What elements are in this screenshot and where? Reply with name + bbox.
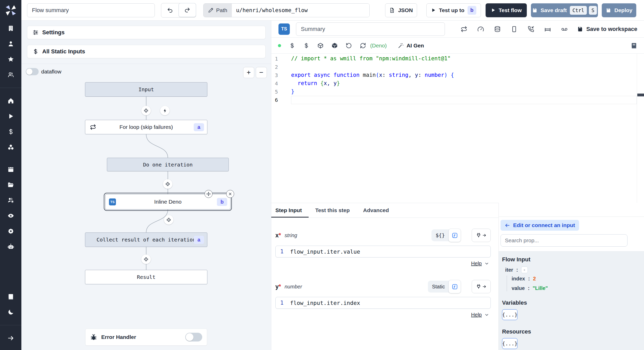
flow-node-result[interactable]: Result [85,270,207,284]
zoom-in-button[interactable]: + [243,67,254,78]
editor-header-icons [461,26,568,32]
field-x-name: x [275,232,279,239]
dollar-icon[interactable] [303,43,309,49]
path-label[interactable]: Path [204,4,232,17]
tab-step-input[interactable]: Step Input [271,203,309,218]
zoom-out-button[interactable]: − [256,67,267,78]
prop-row-iter[interactable]: iter : - [505,266,639,273]
sidebar-item-building[interactable] [0,25,21,32]
sidebar-item-arrow-right[interactable] [0,335,21,341]
bed-icon[interactable] [544,26,551,32]
flow-node-collect[interactable]: Collect result of each iteration a [85,232,207,247]
docs-book-icon[interactable] [631,42,637,49]
save-to-workspace-button[interactable]: Save to workspace [577,26,637,32]
field-x-mode-toggle[interactable]: ${} [431,229,461,241]
flow-node-input[interactable]: Input [85,82,207,97]
add-step-button[interactable] [163,179,173,189]
add-step-button[interactable] [141,255,151,264]
box-icon[interactable] [317,43,324,49]
prop-row-index[interactable]: index : 2 [512,276,639,282]
json-button[interactable]: JSON [385,3,417,17]
dollar-icon[interactable] [289,43,295,49]
windmill-logo[interactable] [0,0,21,21]
code-line-5[interactable]: 5} [271,88,644,96]
deploy-button[interactable]: Deploy [602,3,636,17]
chevron-down-icon[interactable] [484,312,489,317]
javascript-expression-toggle[interactable] [448,280,461,293]
collapse-iter-button[interactable]: - [521,266,528,273]
dataflow-toggle[interactable] [26,68,39,75]
test-up-to-button[interactable]: Test up to b [426,3,481,17]
field-y-expression-editor[interactable]: 1 flow_input.iter.index [275,297,491,309]
error-handler-toggle[interactable] [185,333,202,341]
sidebar-item-users[interactable] [0,71,21,78]
code-line-1[interactable]: 1// import * as wmill from "npm:windmill… [271,55,644,63]
code-editor[interactable]: 1// import * as wmill from "npm:windmill… [271,54,644,203]
flow-summary-input[interactable] [27,3,155,17]
step-summary-input[interactable] [296,22,445,36]
code-line-6[interactable]: 6 [271,96,644,104]
ai-gen-button[interactable]: AI Gen [398,43,424,49]
tab-advanced[interactable]: Advanced [356,203,395,218]
chevron-down-icon[interactable] [484,261,489,266]
save-draft-button[interactable]: Save draft Ctrl S [531,3,598,17]
field-x-expression-editor[interactable]: 1 flow_input.iter.value [275,246,491,257]
sidebar-item-bot[interactable] [0,243,21,250]
redo-button[interactable] [179,3,196,17]
flow-node-inline-deno-selected[interactable]: TS Inline Deno b [105,194,231,210]
rotate-ccw-icon[interactable] [346,43,352,49]
sidebar-item-eye[interactable] [0,212,21,219]
undo-button[interactable] [161,3,179,17]
edit-or-connect-button[interactable]: Edit or connect an input [501,220,579,231]
sidebar-item-moon[interactable] [0,309,21,315]
repeat-icon[interactable] [461,26,467,32]
sidebar-item-calendar[interactable] [0,166,21,173]
flow-node-forloop[interactable]: For loop (skip failures) a [85,120,207,134]
runtime-label[interactable]: (Deno) [370,43,387,49]
sidebar-item-user[interactable] [0,40,21,47]
search-prop-input[interactable] [501,234,628,247]
windmill-flow-editor: Path JSON Test up to b Test flow Save dr… [0,0,644,350]
flow-settings-button[interactable]: Settings [27,26,266,39]
voicemail-icon[interactable] [561,26,568,32]
path-input[interactable] [232,4,369,17]
move-node-button[interactable] [205,190,213,198]
code-line-2[interactable]: 2 [271,63,644,71]
sidebar-item-dollar[interactable] [0,128,21,135]
box-filled-icon[interactable] [332,43,338,49]
javascript-expression-toggle[interactable] [448,229,461,242]
database-icon[interactable] [494,26,501,32]
add-trigger-button[interactable] [160,106,170,115]
refresh-cw-icon[interactable] [360,43,366,49]
help-link[interactable]: Help [471,312,482,318]
sidebar-item-gear[interactable] [0,228,21,235]
prop-row-value[interactable]: value : "Lille" [512,285,639,291]
field-x-connect-button[interactable] [472,229,491,242]
sidebar-item-users-gear[interactable] [0,197,21,204]
delete-node-button[interactable] [226,190,234,198]
resources-object-button[interactable]: {...} [502,338,518,349]
field-y-mode-toggle[interactable]: Static [428,281,461,293]
help-link[interactable]: Help [471,261,482,266]
code-line-4[interactable]: 4 return {x, y} [271,79,644,88]
editor-scrollbar-thumb[interactable] [637,94,644,96]
sidebar-item-folder-open[interactable] [0,181,21,188]
tab-test-this-step[interactable]: Test this step [309,203,357,218]
sidebar-item-home[interactable] [0,97,21,104]
play-icon [491,8,496,13]
add-step-button[interactable] [141,106,151,115]
gauge-icon[interactable] [477,26,484,32]
test-flow-button[interactable]: Test flow [486,3,527,17]
sidebar-item-book[interactable] [0,293,21,300]
code-line-3[interactable]: 3export async function main(x: string, y… [271,71,644,79]
all-static-inputs-button[interactable]: All Static Inputs [27,45,266,58]
flow-node-iteration[interactable]: Do one iteration [107,158,229,171]
phone-incoming-icon[interactable] [528,26,534,32]
tablet-icon[interactable] [511,26,518,32]
sidebar-item-play[interactable] [0,113,21,120]
sidebar-item-star[interactable] [0,56,21,63]
sidebar-item-boxes[interactable] [0,144,21,151]
add-step-button[interactable] [164,215,174,225]
variables-object-button[interactable]: {...} [502,309,518,320]
field-y-connect-button[interactable] [472,280,491,293]
